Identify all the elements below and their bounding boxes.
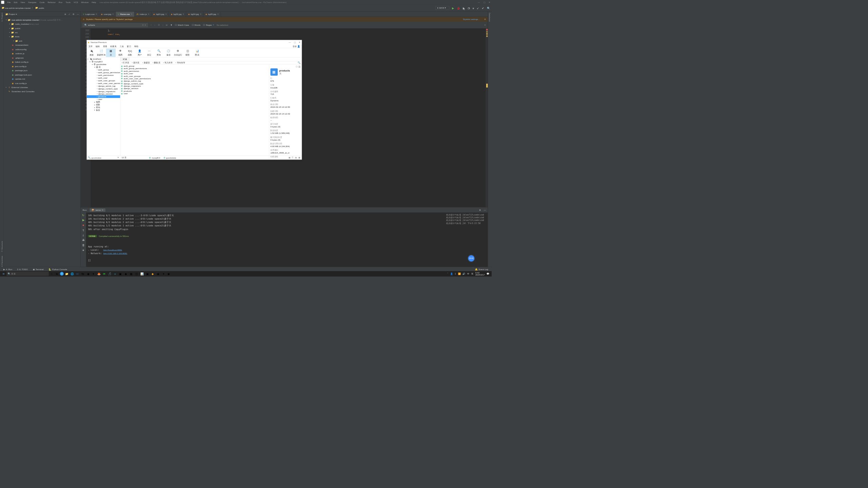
tray-vol-icon[interactable]: 🔊 [462,272,465,275]
tree-node[interactable]: ◉.browserslistrc [4,43,80,47]
console-output[interactable]: 10% building 0/1 modules 1 active ...-3-… [86,212,446,267]
nv-tb-图表[interactable]: 📊图表 [193,48,202,57]
hide-icon[interactable]: — [77,13,79,15]
task-view-icon[interactable]: ⧉ [55,271,60,276]
nv-schema[interactable]: ▾🛢 goodsdata [87,63,120,66]
nv-list-item[interactable]: ▦auth_group [121,65,268,67]
scroll-end-icon[interactable]: ⤓ [82,233,84,237]
error-stripe[interactable] [486,28,488,207]
profile-icon[interactable]: ◔ [468,6,470,9]
nv-login[interactable]: 登录 👤 [293,45,300,48]
editor-tab[interactable]: VLogin.vue× [81,12,99,17]
floating-timer[interactable]: 03:43 [468,255,474,261]
navicat-window[interactable]: ◆ Navicat Premium — ▢ ✕ 文件编辑查看收藏夹工具窗口帮助登… [86,40,302,160]
menu-file[interactable]: File [6,1,12,3]
editor-tab[interactable]: ◆bg05.jpg× [203,12,221,17]
tab-todo[interactable]: ≡ 6: TODO [17,268,28,271]
chrome2-icon[interactable]: ◉ [156,271,161,276]
nv-group[interactable]: ▸ 视图 [87,101,120,103]
nv-menu-item[interactable]: 查看 [103,45,107,48]
nv-table[interactable]: ▫ user [87,98,120,101]
menu-refactor[interactable]: Refactor [46,1,57,3]
app-icon[interactable] [60,272,64,276]
nv-tb-查询[interactable]: 🔍查询 [154,48,163,57]
nv-list-item[interactable]: ▦auth_user_user_permissions [121,77,268,80]
nv-db[interactable]: 🛢goodsdata [163,157,176,159]
tree-node[interactable]: ◉jest.config.js [4,64,80,68]
nv-action[interactable]: ▫ 打开表 [122,61,130,64]
favorites-tool-tab[interactable]: 2: Favorites [1,256,3,267]
database-tool-tab[interactable]: Database [489,12,491,22]
pycharm-icon[interactable]: ◫ [134,271,139,276]
explorer-icon[interactable]: 📁 [64,271,69,276]
run-settings-icon[interactable]: ⚙ [479,209,481,211]
url-link[interactable]: http://192.168.0.100:8081 [103,252,127,255]
search-input[interactable]: echarts [88,24,95,26]
vcs-commit-icon[interactable]: ✔ [482,6,484,9]
tab-close-icon[interactable]: × [148,13,150,16]
nv-table[interactable]: ▫ auth_permission [87,74,120,77]
nv-table[interactable]: ▫ django_content_type [87,87,120,90]
nv-group[interactable]: ▸ 查询 [87,106,120,109]
tree-node[interactable]: ▾📁tests [4,35,80,39]
tab-terminal[interactable]: ▣ Terminal [33,268,44,270]
nv-table[interactable]: ▫ auth_user_groups [87,79,120,82]
close-icon[interactable]: ✕ [489,1,490,3]
run-tab[interactable]: 📦 serve ✕ [90,208,105,212]
tray-up-icon[interactable]: ˄ [447,272,448,275]
editor-tab[interactable]: JSindex.js× [134,12,151,17]
nv-table[interactable]: ▫ products [87,96,120,98]
nv-tb-连接[interactable]: 🔌连接 [87,48,96,57]
menu-navigate[interactable]: Navigate [26,1,38,3]
nv-list-item[interactable]: ▦auth_group_permissions [121,67,268,69]
nv-table[interactable]: ▫ django_session [87,93,120,96]
tray-people-icon[interactable]: 👤 [450,272,453,275]
project-tool-tab[interactable]: 1: Project [1,13,3,21]
nv-action[interactable]: ▫ 导出向导 [176,61,185,64]
nv-tb-新建查询[interactable]: 📄新建查询 [96,48,106,57]
soft-wrap-icon[interactable]: ¶ [83,229,84,232]
search-everywhere-icon[interactable]: 🔍 [487,6,490,9]
nv-object-tab[interactable]: 对象 [120,57,130,61]
tray-ime-icon[interactable]: 英 [471,272,473,275]
wechat-icon[interactable]: ✉ [102,271,107,276]
nv-action[interactable]: ▫ 新建表 [142,61,150,64]
settings-icon[interactable]: ⚙ [73,13,75,15]
debug-icon[interactable]: 🐞 [457,6,460,9]
nv-table[interactable]: ▫ django_migrations [87,90,120,93]
nv-action[interactable]: ▫ 设计表 [132,61,140,64]
nv-tb-其它[interactable]: ⋯其它 [144,48,154,57]
tray-time[interactable]: 0:432024/2/17 [475,271,485,276]
navicat-icon[interactable]: ◆ [150,271,155,276]
nv-search[interactable]: 🔍 goodsdata✕ [87,157,120,159]
stop-run-icon[interactable]: ■ [82,224,84,227]
run-hide-icon[interactable]: — [484,209,486,211]
nv-menu-item[interactable]: 文件 [88,45,93,48]
menu-tools[interactable]: Tools [64,1,72,3]
word-icon[interactable]: W [75,271,80,276]
nv-search-icon[interactable]: 🔍 [298,61,300,64]
editor-tab[interactable]: ◆bg01.jpg× [152,12,169,17]
nv-list-item[interactable]: ▦auth_user_groups [121,75,268,77]
nv-tb-自动运行[interactable]: ⚙自动运行 [173,48,183,57]
cortana-icon[interactable]: ○ [49,271,54,276]
tree-node[interactable]: ◉package-lock.json [4,73,80,77]
nv-list-item[interactable]: ▦products [121,90,268,92]
tray-wifi-icon[interactable]: 📶 [458,272,461,275]
menu-run[interactable]: Run [57,1,64,3]
nv-tb-模型[interactable]: ◫模型 [183,48,192,57]
nv-table[interactable]: ▫ auth_user [87,77,120,79]
menu-view[interactable]: View [19,1,26,3]
tab-close-icon[interactable]: × [131,13,132,16]
tray-notif-icon[interactable]: 💬 [487,272,489,275]
nv-menu-item[interactable]: 帮助 [134,45,138,48]
tab-run[interactable]: ▶ 4: Run [3,268,12,270]
nv-list-item[interactable]: ▦auth_permission [121,70,268,72]
nv-tb-函数[interactable]: f(x)函数 [125,48,135,57]
prev-match-icon[interactable]: ↑ [151,24,152,26]
tree-node[interactable]: ◉vue.config.js [4,81,80,85]
scroll-from-source-icon[interactable]: ⊕ [64,13,66,15]
editor-tab[interactable]: VHome.vue× [116,12,135,17]
stylelint-settings-link[interactable]: Stylelint settings... [463,18,480,21]
structure-tool-tab[interactable]: 7: Structure [1,241,3,252]
